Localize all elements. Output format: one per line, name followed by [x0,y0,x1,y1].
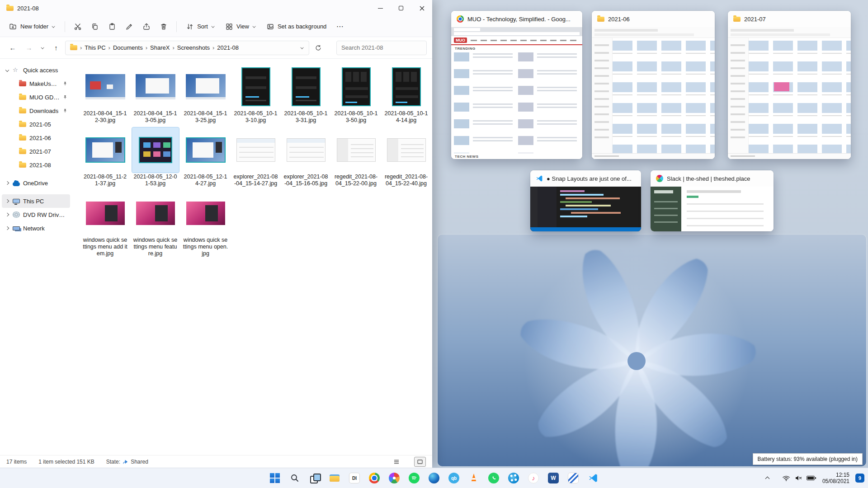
sidebar-item-2021-08[interactable]: 2021-08 [2,158,70,172]
minimize-button[interactable] [370,0,391,16]
file-item[interactable]: regedit_2021-08-04_15-22-00.jpg [331,127,381,187]
taskbar-clock[interactable]: 12:15 05/08/2021 [822,472,849,484]
snap-window-slack[interactable]: Slack | the-shed | theshed.place [651,170,774,231]
vlc-button[interactable] [467,472,480,484]
delete-button[interactable] [156,19,172,34]
sidebar-item-2021-07[interactable]: 2021-07 [2,145,70,158]
battery-icon[interactable] [807,476,815,480]
edge-button[interactable] [428,472,440,484]
file-item[interactable]: 2021-08-04_15-13-25.jpg [180,64,231,124]
snap-window-explorer-2021-06[interactable]: 2021-06 [592,11,715,159]
start-button[interactable] [269,472,281,484]
vscode-button[interactable] [587,472,599,484]
file-item[interactable]: regedit_2021-08-04_15-22-40.jpg [381,127,431,187]
view-button[interactable]: View [221,19,261,34]
back-button[interactable]: ← [5,41,20,55]
breadcrumb-segment[interactable]: Documents [113,44,143,51]
sort-label: Sort [197,23,208,30]
file-explorer-button[interactable] [328,472,341,484]
sidebar-item-downloads[interactable]: Downloads [2,104,70,117]
share-button[interactable] [138,19,155,34]
notification-badge[interactable]: 9 [855,474,864,483]
breadcrumb-segment[interactable]: Screenshots [177,44,210,51]
file-item[interactable]: 2021-08-05_10-14-14.jpg [381,64,431,124]
snap-window-vscode[interactable]: ● Snap Layouts are just one of... [530,170,641,231]
recent-locations-button[interactable] [38,41,47,55]
sidebar-item-muo-gd-screen[interactable]: MUO GD Screen [2,90,70,104]
notes-app-button[interactable] [567,472,580,484]
sidebar-item-network[interactable]: Network [2,221,70,235]
more-options-button[interactable]: ⋯ [332,19,348,34]
rename-button[interactable] [121,19,137,34]
copy-button[interactable] [87,19,103,34]
file-item[interactable]: 2021-08-05_12-14-27.jpg [180,127,231,187]
address-dropdown-icon[interactable] [301,46,304,50]
thumbnail-view-button[interactable] [414,457,426,467]
file-item-selected[interactable]: 2021-08-05_12-01-53.jpg [130,127,180,187]
word-button[interactable]: W [547,472,560,484]
muo-section-label: TRENDING [451,45,582,51]
file-item[interactable]: 2021-08-05_10-13-31.jpg [281,64,331,124]
search-input[interactable] [336,41,427,55]
whatsapp-button[interactable] [487,472,500,484]
file-item[interactable]: 2021-08-04_15-12-30.jpg [80,64,130,124]
qbittorrent-button[interactable]: qb [448,472,460,484]
sidebar-item-2021-05[interactable]: 2021-05 [2,117,70,131]
file-item[interactable]: windows quick settings menu feature.jpg [130,191,180,257]
file-item[interactable]: windows quick settings menu add item.jpg [80,191,130,257]
selection-info: 1 item selected 151 KB [38,459,94,465]
sidebar-item-this-pc[interactable]: This PC [2,194,70,208]
skype-button[interactable] [507,472,520,484]
file-item[interactable]: explorer_2021-08-04_15-14-27.jpg [231,127,281,187]
sidebar-item-2021-06[interactable]: 2021-06 [2,131,70,145]
chevron-right-icon[interactable] [5,199,9,203]
chevron-right-icon[interactable] [5,213,9,217]
sidebar-item-dvd-drive[interactable]: DVD RW Drive (D:) A [2,208,70,221]
file-item[interactable]: 2021-08-05_10-13-50.jpg [331,64,381,124]
notes-app-icon [568,473,579,483]
chrome-button[interactable] [368,472,381,484]
sort-button[interactable]: Sort [181,19,220,34]
chevron-right-icon[interactable] [5,181,9,185]
up-button[interactable]: ↑ [49,41,63,55]
file-thumbnail [232,127,279,173]
address-bar[interactable]: › This PC › Documents › ShareX › Screens… [65,41,309,55]
sidebar-item-onedrive[interactable]: OneDrive [2,176,70,190]
chevron-right-icon[interactable] [5,226,9,230]
refresh-button[interactable] [311,41,326,55]
music-app-button[interactable]: ♪ [527,472,540,484]
forward-button[interactable]: → [22,41,36,55]
tray-overflow-button[interactable] [764,475,771,481]
file-item[interactable]: 2021-08-04_15-13-05.jpg [130,64,180,124]
sidebar-item-quick-access[interactable]: Quick access [2,63,70,77]
file-item[interactable]: 2021-08-05_10-13-10.jpg [231,64,281,124]
file-item[interactable]: windows quick settings menu open.jpg [180,191,231,257]
set-as-background-button[interactable]: Set as background [262,19,331,34]
task-view-button[interactable] [308,472,321,484]
paste-button[interactable] [104,19,120,34]
search-button[interactable] [288,472,301,484]
breadcrumb-segment[interactable]: 2021-08 [217,44,239,51]
wifi-icon[interactable] [782,474,790,482]
snap-target-zone[interactable] [438,235,866,466]
snap-window-chrome[interactable]: MUO - Technology, Simplified. - Goog... … [451,11,582,159]
file-item[interactable]: explorer_2021-08-04_15-16-05.jpg [281,127,331,187]
snap-window-explorer-2021-07[interactable]: 2021-07 [728,11,851,159]
close-button[interactable] [411,0,432,16]
sidebar-item-makeuseof[interactable]: MakeUseOf [2,77,70,90]
muo-nav-decor [471,40,580,41]
file-item[interactable]: 2021-08-05_11-21-37.jpg [80,127,130,187]
app-di-button[interactable]: DI [348,472,361,484]
dvd-drive-icon [13,211,20,218]
cut-button[interactable] [70,19,86,34]
details-view-button[interactable] [391,457,402,467]
photos-button[interactable] [388,472,401,484]
breadcrumb-segment[interactable]: This PC [85,44,105,51]
chevron-down-icon[interactable] [5,68,9,72]
maximize-button[interactable] [391,0,411,16]
thumbnail-image [86,202,125,225]
spotify-button[interactable] [408,472,420,484]
new-folder-button[interactable]: New folder [5,19,60,34]
breadcrumb-segment[interactable]: ShareX [150,44,170,51]
volume-mute-icon[interactable] [794,474,802,482]
